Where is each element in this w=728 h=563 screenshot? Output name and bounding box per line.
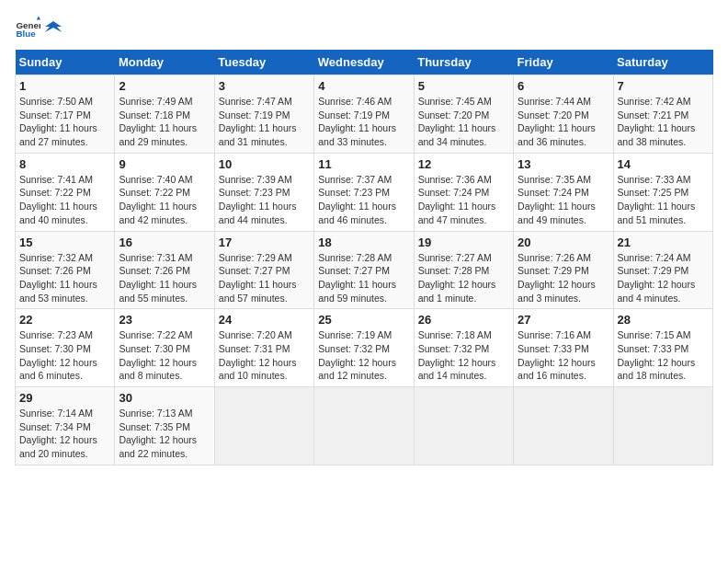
day-number: 9: [119, 157, 210, 171]
sunset-label: Sunset: 7:30 PM: [19, 343, 91, 354]
sunrise-label: Sunrise: 7:45 AM: [418, 96, 492, 107]
day-info: Sunrise: 7:31 AM Sunset: 7:26 PM Dayligh…: [119, 251, 210, 305]
sunrise-label: Sunrise: 7:24 AM: [618, 252, 691, 263]
calendar-table: SundayMondayTuesdayWednesdayThursdayFrid…: [15, 50, 713, 465]
day-number: 22: [19, 313, 110, 327]
day-number: 29: [19, 391, 110, 405]
day-info: Sunrise: 7:42 AM Sunset: 7:21 PM Dayligh…: [618, 95, 709, 149]
day-cell: 14 Sunrise: 7:33 AM Sunset: 7:25 PM Dayl…: [613, 153, 712, 231]
sunrise-label: Sunrise: 7:50 AM: [19, 96, 93, 107]
day-info: Sunrise: 7:33 AM Sunset: 7:25 PM Dayligh…: [618, 173, 709, 227]
day-number: 14: [618, 157, 709, 171]
sunset-label: Sunset: 7:33 PM: [618, 343, 689, 354]
svg-marker-3: [45, 21, 62, 32]
sunrise-label: Sunrise: 7:33 AM: [618, 174, 691, 185]
logo-icon: General Blue: [15, 15, 40, 40]
day-number: 7: [618, 79, 709, 93]
daylight-label: Daylight: 12 hours and 1 minute.: [418, 279, 496, 304]
col-header-saturday: Saturday: [613, 50, 712, 75]
day-info: Sunrise: 7:35 AM Sunset: 7:24 PM Dayligh…: [518, 173, 609, 227]
sunrise-label: Sunrise: 7:16 AM: [518, 329, 591, 340]
day-cell: 22 Sunrise: 7:23 AM Sunset: 7:30 PM Dayl…: [16, 309, 115, 387]
day-cell: 9 Sunrise: 7:40 AM Sunset: 7:22 PM Dayli…: [115, 153, 214, 231]
col-header-monday: Monday: [115, 50, 214, 75]
day-number: 28: [618, 313, 709, 327]
sunrise-label: Sunrise: 7:32 AM: [19, 252, 93, 263]
daylight-label: Daylight: 11 hours and 27 minutes.: [19, 122, 97, 147]
daylight-label: Daylight: 12 hours and 18 minutes.: [618, 357, 696, 382]
sunset-label: Sunset: 7:22 PM: [119, 187, 190, 198]
day-number: 15: [19, 236, 110, 249]
day-cell: 21 Sunrise: 7:24 AM Sunset: 7:29 PM Dayl…: [613, 231, 712, 309]
day-number: 11: [318, 157, 409, 171]
daylight-label: Daylight: 11 hours and 51 minutes.: [618, 201, 696, 225]
sunset-label: Sunset: 7:24 PM: [518, 187, 589, 198]
day-info: Sunrise: 7:15 AM Sunset: 7:33 PM Dayligh…: [618, 328, 709, 383]
sunset-label: Sunset: 7:32 PM: [318, 343, 390, 354]
day-cell: 7 Sunrise: 7:42 AM Sunset: 7:21 PM Dayli…: [613, 75, 712, 154]
col-header-friday: Friday: [514, 50, 613, 75]
svg-marker-2: [37, 16, 40, 19]
daylight-label: Daylight: 11 hours and 36 minutes.: [518, 122, 596, 147]
sunrise-label: Sunrise: 7:13 AM: [119, 408, 192, 419]
day-info: Sunrise: 7:24 AM Sunset: 7:29 PM Dayligh…: [618, 251, 709, 305]
day-cell: 20 Sunrise: 7:26 AM Sunset: 7:29 PM Dayl…: [514, 231, 613, 309]
day-cell: 16 Sunrise: 7:31 AM Sunset: 7:26 PM Dayl…: [115, 231, 214, 309]
day-info: Sunrise: 7:36 AM Sunset: 7:24 PM Dayligh…: [418, 173, 509, 227]
day-info: Sunrise: 7:13 AM Sunset: 7:35 PM Dayligh…: [119, 407, 210, 461]
day-number: 18: [318, 236, 409, 249]
col-header-thursday: Thursday: [414, 50, 513, 75]
day-info: Sunrise: 7:45 AM Sunset: 7:20 PM Dayligh…: [418, 95, 509, 149]
daylight-label: Daylight: 11 hours and 33 minutes.: [318, 122, 396, 147]
daylight-label: Daylight: 11 hours and 40 minutes.: [19, 201, 97, 225]
day-info: Sunrise: 7:32 AM Sunset: 7:26 PM Dayligh…: [19, 251, 110, 305]
day-info: Sunrise: 7:46 AM Sunset: 7:19 PM Dayligh…: [318, 95, 409, 149]
day-number: 8: [19, 157, 110, 171]
day-number: 1: [19, 79, 110, 93]
daylight-label: Daylight: 12 hours and 20 minutes.: [19, 434, 97, 459]
sunset-label: Sunset: 7:29 PM: [518, 265, 589, 276]
daylight-label: Daylight: 12 hours and 22 minutes.: [119, 434, 197, 459]
day-cell: 8 Sunrise: 7:41 AM Sunset: 7:22 PM Dayli…: [16, 153, 115, 231]
sunrise-label: Sunrise: 7:31 AM: [119, 252, 192, 263]
day-number: 26: [418, 313, 509, 327]
sunrise-label: Sunrise: 7:20 AM: [219, 329, 292, 340]
day-cell: 11 Sunrise: 7:37 AM Sunset: 7:23 PM Dayl…: [314, 153, 414, 231]
sunset-label: Sunset: 7:17 PM: [19, 109, 91, 121]
daylight-label: Daylight: 12 hours and 6 minutes.: [19, 357, 97, 382]
day-number: 24: [219, 313, 310, 327]
day-info: Sunrise: 7:22 AM Sunset: 7:30 PM Dayligh…: [119, 328, 210, 383]
day-cell: 4 Sunrise: 7:46 AM Sunset: 7:19 PM Dayli…: [314, 75, 414, 154]
day-info: Sunrise: 7:23 AM Sunset: 7:30 PM Dayligh…: [19, 328, 110, 383]
svg-text:Blue: Blue: [16, 29, 36, 39]
day-number: 4: [318, 79, 409, 93]
daylight-label: Daylight: 11 hours and 31 minutes.: [219, 122, 297, 147]
sunrise-label: Sunrise: 7:37 AM: [318, 174, 392, 185]
day-number: 25: [318, 313, 409, 327]
day-info: Sunrise: 7:18 AM Sunset: 7:32 PM Dayligh…: [418, 328, 509, 383]
col-header-tuesday: Tuesday: [214, 50, 313, 75]
logo: General Blue: [15, 15, 63, 40]
sunset-label: Sunset: 7:34 PM: [19, 421, 91, 432]
sunrise-label: Sunrise: 7:39 AM: [219, 174, 292, 185]
sunrise-label: Sunrise: 7:47 AM: [219, 96, 292, 107]
day-info: Sunrise: 7:26 AM Sunset: 7:29 PM Dayligh…: [518, 251, 609, 305]
daylight-label: Daylight: 11 hours and 38 minutes.: [618, 122, 696, 147]
day-cell: 18 Sunrise: 7:28 AM Sunset: 7:27 PM Dayl…: [314, 231, 414, 309]
sunrise-label: Sunrise: 7:19 AM: [318, 329, 392, 340]
sunrise-label: Sunrise: 7:29 AM: [219, 252, 292, 263]
daylight-label: Daylight: 11 hours and 29 minutes.: [119, 122, 197, 147]
calendar-header: SundayMondayTuesdayWednesdayThursdayFrid…: [16, 50, 713, 75]
daylight-label: Daylight: 12 hours and 10 minutes.: [219, 357, 297, 382]
sunrise-label: Sunrise: 7:14 AM: [19, 408, 93, 419]
day-info: Sunrise: 7:39 AM Sunset: 7:23 PM Dayligh…: [219, 173, 310, 227]
day-number: 17: [219, 236, 310, 249]
day-number: 10: [219, 157, 310, 171]
day-cell: [414, 387, 513, 465]
day-cell: 29 Sunrise: 7:14 AM Sunset: 7:34 PM Dayl…: [16, 387, 115, 465]
day-cell: [613, 387, 712, 465]
sunrise-label: Sunrise: 7:49 AM: [119, 96, 192, 107]
day-info: Sunrise: 7:41 AM Sunset: 7:22 PM Dayligh…: [19, 173, 110, 227]
sunrise-label: Sunrise: 7:26 AM: [518, 252, 591, 263]
day-cell: 28 Sunrise: 7:15 AM Sunset: 7:33 PM Dayl…: [613, 309, 712, 387]
